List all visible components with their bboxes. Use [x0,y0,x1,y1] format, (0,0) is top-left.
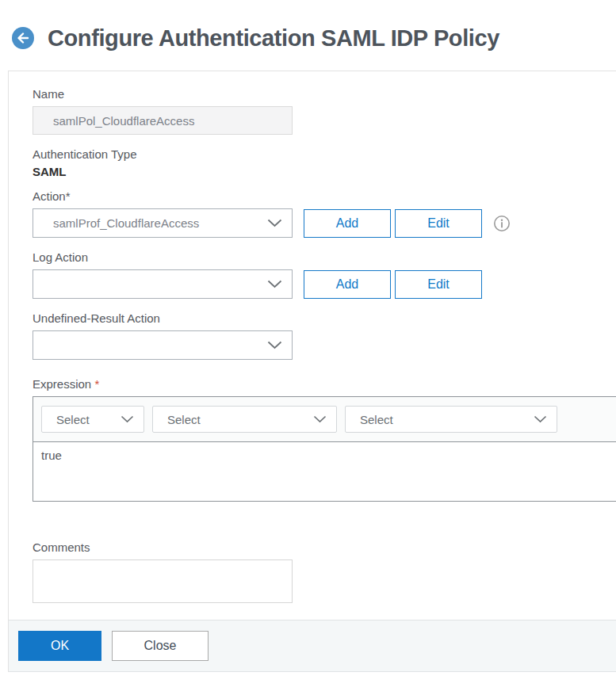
action-info-icon[interactable] [493,215,511,232]
name-input[interactable] [33,106,293,135]
arrow-left-icon [17,32,29,44]
auth-type-value: SAML [33,165,616,178]
page-title: Configure Authentication SAML IDP Policy [48,25,499,52]
log-action-select[interactable] [33,269,293,299]
auth-type-label: Authentication Type [33,147,616,162]
action-add-button[interactable]: Add [304,209,391,238]
expression-select-1-value: Select [56,413,121,426]
log-action-edit-button[interactable]: Edit [395,270,482,299]
undefined-result-label: Undefined-Result Action [33,311,616,326]
expression-label: Expression [33,377,94,391]
close-button[interactable]: Close [112,631,209,661]
comments-label: Comments [33,540,616,555]
expression-input[interactable]: true [33,442,616,501]
action-select[interactable]: samlProf_CloudflareAccess [33,208,293,238]
chevron-down-icon [121,415,134,423]
action-select-value: samlProf_CloudflareAccess [53,216,267,230]
expression-select-1[interactable]: Select [41,406,144,433]
page-header: Configure Authentication SAML IDP Policy [12,21,616,55]
name-label: Name [33,87,616,101]
expression-select-3-value: Select [360,413,534,426]
expression-select-2[interactable]: Select [152,406,337,433]
log-action-field-group: Log Action Add Edit [33,250,616,299]
ok-button[interactable]: OK [18,631,101,661]
back-button[interactable] [12,27,34,49]
expression-toolbar: Select Select Select [33,397,616,442]
comments-field-group: Comments [33,540,616,603]
form-panel: Name Authentication Type SAML Action* sa… [8,71,616,672]
auth-type-group: Authentication Type SAML [33,147,616,178]
log-action-label: Log Action [33,250,616,265]
expression-editor: Select Select Select [33,396,616,502]
chevron-down-icon [534,415,547,423]
form-footer: OK Close [9,620,616,672]
action-edit-button[interactable]: Edit [395,209,482,238]
expression-field-group: Expression * Select Select [33,377,616,502]
action-label: Action* [33,189,616,204]
expression-select-2-value: Select [167,413,313,426]
undefined-result-field-group: Undefined-Result Action [33,311,616,360]
log-action-add-button[interactable]: Add [304,270,391,299]
chevron-down-icon [267,280,282,288]
chevron-down-icon [267,341,282,349]
chevron-down-icon [267,219,282,227]
expression-select-3[interactable]: Select [345,406,557,433]
chevron-down-icon [313,415,327,423]
action-field-group: Action* samlProf_CloudflareAccess Add Ed… [33,189,616,238]
name-field-group: Name [33,87,616,135]
comments-input[interactable] [33,559,293,603]
required-mark: * [94,377,99,391]
undefined-result-select[interactable] [33,330,293,360]
